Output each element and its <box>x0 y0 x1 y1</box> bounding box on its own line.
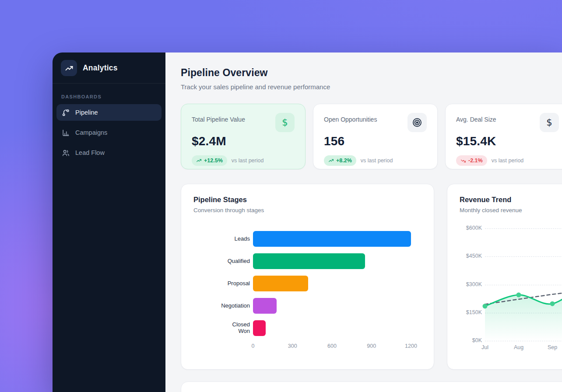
desktop-background: { "app": { "title": "Analytics" }, "side… <box>0 0 562 392</box>
sidebar-nav: PipelineCampaignsLead Flow <box>53 104 165 164</box>
bar-row: Leads <box>193 231 422 247</box>
change-value: +8.2% <box>336 158 352 164</box>
sidebar-header: Analytics <box>53 52 165 84</box>
bar-negotiation[interactable] <box>253 298 277 314</box>
charts-row: Pipeline Stages Conversion through stage… <box>181 184 562 370</box>
compare-label: vs last period <box>361 158 393 164</box>
change-value: +12.5% <box>204 158 223 164</box>
analytics-logo-icon <box>61 60 77 76</box>
x-axis-tick: 600 <box>327 343 337 349</box>
kpi-value: $15.4K <box>456 134 559 148</box>
kpi-label: Open Opportunities <box>324 114 377 123</box>
dollar-icon: $ <box>540 113 559 132</box>
data-point-sep[interactable] <box>550 301 555 306</box>
app-window: Analytics DASHBOARDS PipelineCampaignsLe… <box>53 52 562 392</box>
trend-up-icon <box>328 158 334 164</box>
x-axis-tick: 900 <box>367 343 376 349</box>
gridline <box>485 228 562 229</box>
x-axis-tick: 300 <box>288 343 297 349</box>
change-badge: +8.2% <box>324 155 356 166</box>
data-point-aug[interactable] <box>516 293 521 298</box>
chart-title: Revenue Trend <box>460 196 562 204</box>
kpi-label: Total Pipeline Value <box>192 114 245 123</box>
revenue-area <box>485 281 562 341</box>
data-point-jul[interactable] <box>483 304 488 308</box>
bar-row: Proposal <box>193 276 422 291</box>
main-content: Pipeline Overview Track your sales pipel… <box>165 52 562 392</box>
kpi-value: $2.4M <box>192 134 295 148</box>
month-label: Jul <box>481 344 488 350</box>
chart-subtitle: Conversion through stages <box>193 207 422 214</box>
x-axis-tick: 1200 <box>405 343 417 349</box>
target-icon <box>407 113 427 132</box>
bar-category-label: Closed Won <box>193 322 250 335</box>
month-label: Aug <box>514 344 523 350</box>
chart-subtitle: Monthly closed revenue <box>460 207 562 214</box>
kpi-value: 156 <box>324 134 427 148</box>
lead-flow-icon <box>62 149 70 157</box>
trend-up-icon <box>196 158 202 164</box>
kpi-card-open-opportunities: Open Opportunities156+8.2%vs last period <box>313 104 438 169</box>
change-value: -2.1% <box>468 158 483 164</box>
x-axis-tick: 0 <box>252 343 255 349</box>
bar-proposal[interactable] <box>253 276 308 291</box>
sidebar-item-lead-flow[interactable]: Lead Flow <box>56 144 162 161</box>
compare-label: vs last period <box>232 158 264 164</box>
kpi-label: Avg. Deal Size <box>456 114 496 123</box>
bottom-partial-card <box>181 382 562 392</box>
bar-category-label: Leads <box>193 236 250 242</box>
trend-down-icon <box>460 158 466 164</box>
page-title: Pipeline Overview <box>181 67 562 79</box>
change-badge: +12.5% <box>192 155 227 166</box>
page-subtitle: Track your sales pipeline and revenue pe… <box>181 83 562 91</box>
bar-category-label: Proposal <box>193 280 250 287</box>
bar-category-label: Qualified <box>193 258 250 265</box>
kpi-row: Total Pipeline Value$$2.4M+12.5%vs last … <box>181 104 562 169</box>
pipeline-stages-card: Pipeline Stages Conversion through stage… <box>181 184 434 370</box>
campaigns-icon <box>62 129 70 137</box>
sidebar-section-label: DASHBOARDS <box>61 94 157 99</box>
chart-title: Pipeline Stages <box>193 196 422 204</box>
sidebar-item-label: Campaigns <box>75 129 107 136</box>
sidebar: Analytics DASHBOARDS PipelineCampaignsLe… <box>53 52 165 392</box>
sidebar-item-label: Lead Flow <box>75 149 105 156</box>
bar-row: Qualified <box>193 253 422 269</box>
sidebar-item-campaigns[interactable]: Campaigns <box>56 124 162 141</box>
month-label: Sep <box>548 344 557 350</box>
bar-row: Closed Won <box>193 320 422 336</box>
bar-category-label: Negotiation <box>193 303 250 309</box>
change-badge: -2.1% <box>456 155 487 166</box>
bar-closed-won[interactable] <box>253 320 266 336</box>
bar-chart-plot: LeadsQualifiedProposalNegotiationClosed … <box>193 231 422 343</box>
dollar-icon: $ <box>275 113 295 132</box>
line-chart-plot <box>478 237 562 355</box>
compare-label: vs last period <box>492 158 524 164</box>
bar-leads[interactable] <box>253 231 411 247</box>
y-axis-tick: $600K <box>456 225 482 231</box>
bar-row: Negotiation <box>193 298 422 314</box>
kpi-card-total-pipeline-value: Total Pipeline Value$$2.4M+12.5%vs last … <box>181 104 306 169</box>
bar-qualified[interactable] <box>253 253 365 269</box>
app-title: Analytics <box>83 63 118 73</box>
bar-chart-x-axis: 03006009001200 <box>193 343 421 350</box>
pipeline-icon <box>62 108 70 117</box>
sidebar-item-label: Pipeline <box>75 109 98 116</box>
kpi-card-avg-deal-size: Avg. Deal Size$$15.4K-2.1%vs last period <box>445 104 562 169</box>
revenue-trend-card: Revenue Trend Monthly closed revenue $60… <box>447 184 562 370</box>
sidebar-item-pipeline[interactable]: Pipeline <box>56 104 162 121</box>
